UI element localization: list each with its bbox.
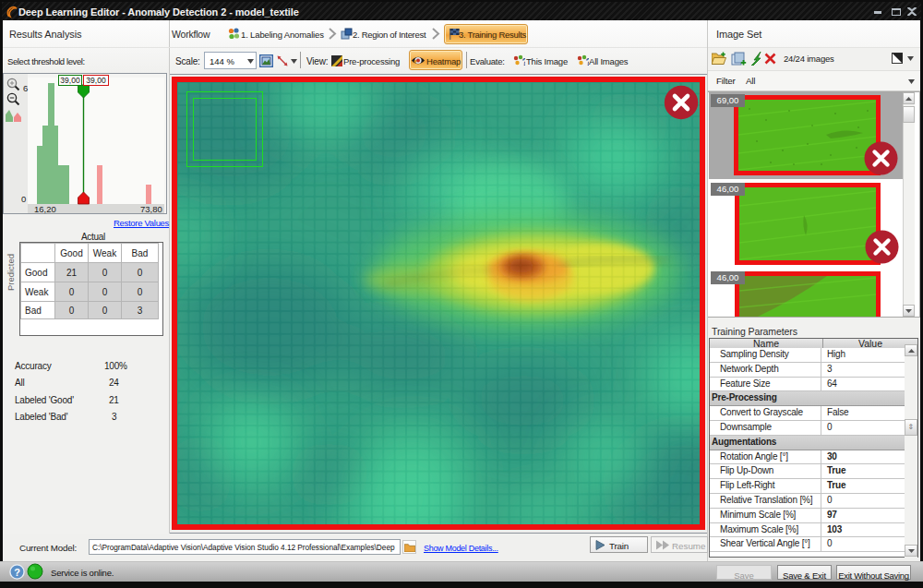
svg-text:?: ? <box>14 567 20 578</box>
svg-text:?: ? <box>522 57 526 66</box>
